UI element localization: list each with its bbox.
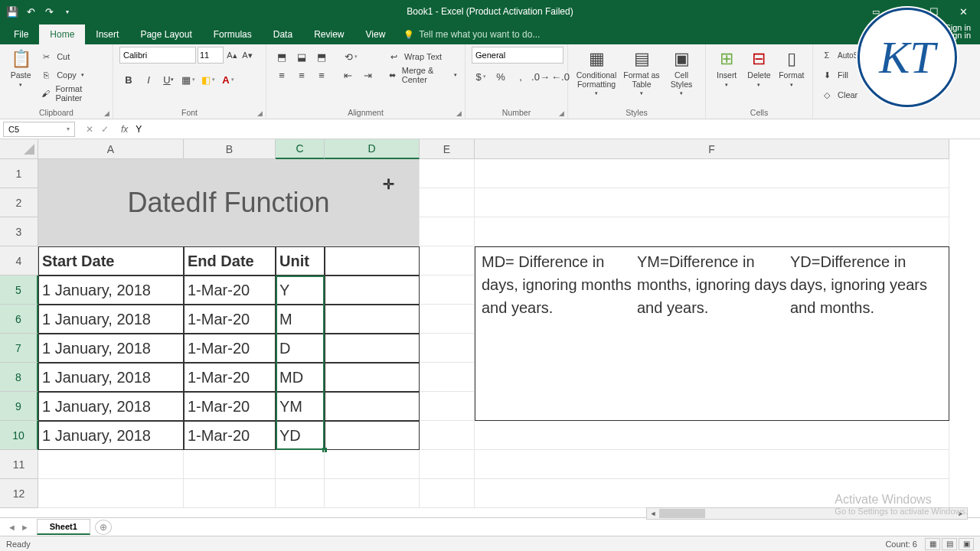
merge-center-button[interactable]: ⬌Merge & Center▾ <box>386 67 459 83</box>
cell-C9[interactable]: YM <box>276 392 325 421</box>
close-icon[interactable]: ✕ <box>949 4 977 19</box>
cell-D10[interactable] <box>325 421 420 450</box>
copy-button[interactable]: ⎘Copy▾ <box>38 67 106 83</box>
row-header-8[interactable]: 8 <box>0 363 38 392</box>
spreadsheet-grid[interactable]: ABCDEF 123456789101112 DatedIf FunctionS… <box>0 139 980 522</box>
clear-button[interactable]: ◇Clear <box>819 86 859 103</box>
cell-A11[interactable] <box>38 450 184 479</box>
align-center-icon[interactable]: ≡ <box>292 67 311 83</box>
italic-button[interactable]: I <box>139 71 158 88</box>
sheet-tab-1[interactable]: Sheet1 <box>37 519 90 535</box>
cell-E6[interactable] <box>420 305 475 334</box>
cell-A7[interactable]: 1 January, 2018 <box>38 334 184 363</box>
cell-A10[interactable]: 1 January, 2018 <box>38 421 184 450</box>
percent-format-icon[interactable]: % <box>492 68 510 85</box>
cell-A5[interactable]: 1 January, 2018 <box>38 276 184 305</box>
cut-button[interactable]: ✂Cut <box>38 48 106 65</box>
cell-F12[interactable] <box>475 479 949 508</box>
font-size-select[interactable] <box>198 47 224 64</box>
fill-button[interactable]: ⬇Fill <box>819 67 850 83</box>
cell-B10[interactable]: 1-Mar-20 <box>184 421 276 450</box>
cell-C5[interactable]: Y <box>276 276 325 305</box>
shrink-font-icon[interactable]: A▾ <box>240 47 254 64</box>
cell-B6[interactable]: 1-Mar-20 <box>184 305 276 334</box>
cancel-formula-icon[interactable]: ✕ <box>83 124 96 135</box>
cell-D6[interactable] <box>325 305 420 334</box>
row-header-12[interactable]: 12 <box>0 479 38 508</box>
scroll-right-icon[interactable]: ► <box>955 510 967 517</box>
number-format-select[interactable] <box>472 47 564 64</box>
name-box[interactable]: C5 <box>3 122 75 137</box>
tab-home[interactable]: Home <box>39 24 85 44</box>
cell-C10[interactable]: YD <box>276 421 325 450</box>
cell-E10[interactable] <box>420 421 475 450</box>
cell-E1[interactable] <box>420 159 475 188</box>
cell-D11[interactable] <box>325 450 420 479</box>
col-header-C[interactable]: C <box>276 139 325 159</box>
row-header-4[interactable]: 4 <box>0 246 38 276</box>
align-middle-icon[interactable]: ⬓ <box>292 48 311 65</box>
format-as-table-button[interactable]: ▤Format as Table▾ <box>622 47 662 98</box>
view-page-layout-icon[interactable]: ▤ <box>942 538 957 550</box>
title-cell[interactable]: DatedIf Function <box>38 159 420 246</box>
header-start-date[interactable]: Start Date <box>38 246 184 276</box>
cell-E4[interactable] <box>420 246 475 276</box>
align-left-icon[interactable]: ≡ <box>273 67 291 83</box>
format-painter-button[interactable]: 🖌Format Painter <box>38 85 106 102</box>
grow-font-icon[interactable]: A▴ <box>225 47 239 64</box>
view-page-break-icon[interactable]: ▣ <box>959 538 974 550</box>
cell-B11[interactable] <box>184 450 276 479</box>
cell-D12[interactable] <box>325 479 420 508</box>
align-bottom-icon[interactable]: ⬒ <box>312 48 331 65</box>
cell-C12[interactable] <box>276 479 325 508</box>
cell-D7[interactable] <box>325 334 420 363</box>
cell-E9[interactable] <box>420 392 475 421</box>
cell-F1[interactable] <box>475 159 949 188</box>
increase-decimal-icon[interactable]: .0→ <box>531 68 550 85</box>
align-right-icon[interactable]: ≡ <box>312 67 331 83</box>
wrap-text-button[interactable]: ↩Wrap Text <box>386 48 459 65</box>
alignment-launcher-icon[interactable]: ◢ <box>456 109 462 117</box>
tab-insert[interactable]: Insert <box>85 24 129 44</box>
comma-format-icon[interactable]: , <box>511 68 530 85</box>
row-header-6[interactable]: 6 <box>0 305 38 334</box>
fx-icon[interactable]: fx <box>116 124 132 135</box>
cell-E11[interactable] <box>420 450 475 479</box>
header-unit[interactable]: Unit <box>276 246 325 276</box>
row-header-1[interactable]: 1 <box>0 159 38 188</box>
borders-button[interactable]: ▦ <box>179 71 198 88</box>
cell-B5[interactable]: 1-Mar-20 <box>184 276 276 305</box>
tab-data[interactable]: Data <box>263 24 303 44</box>
decrease-indent-icon[interactable]: ⇤ <box>338 67 357 83</box>
cell-A8[interactable]: 1 January, 2018 <box>38 363 184 392</box>
horizontal-scrollbar[interactable]: ◄ ► <box>646 507 968 520</box>
conditional-formatting-button[interactable]: ▦Conditional Formatting▾ <box>574 47 619 98</box>
row-header-11[interactable]: 11 <box>0 450 38 479</box>
underline-button[interactable]: U▾ <box>159 71 178 88</box>
cell-E3[interactable] <box>420 217 475 246</box>
cell-F2[interactable] <box>475 188 949 217</box>
undo-icon[interactable]: ↶ <box>23 4 38 19</box>
cell-B9[interactable]: 1-Mar-20 <box>184 392 276 421</box>
note-box[interactable]: MD= Difference in days, ignoring months … <box>475 246 949 421</box>
cell-A12[interactable] <box>38 479 184 508</box>
cell-D8[interactable] <box>325 363 420 392</box>
header-end-date[interactable]: End Date <box>184 246 276 276</box>
col-header-B[interactable]: B <box>184 139 276 159</box>
cell-C6[interactable]: M <box>276 305 325 334</box>
tab-formulas[interactable]: Formulas <box>203 24 263 44</box>
fill-color-button[interactable]: ◧ <box>199 71 217 88</box>
font-name-select[interactable] <box>119 47 196 64</box>
tab-file[interactable]: File <box>3 24 39 44</box>
clipboard-launcher-icon[interactable]: ◢ <box>104 109 109 117</box>
cell-B12[interactable] <box>184 479 276 508</box>
cell-F10[interactable] <box>475 421 949 450</box>
view-normal-icon[interactable]: ▦ <box>925 538 940 550</box>
sheet-nav-prev-icon[interactable]: ◄ <box>8 523 16 532</box>
cell-C7[interactable]: D <box>276 334 325 363</box>
col-header-D[interactable]: D <box>325 139 420 159</box>
row-header-9[interactable]: 9 <box>0 392 38 421</box>
cell-styles-button[interactable]: ▣Cell Styles▾ <box>665 47 698 98</box>
decrease-decimal-icon[interactable]: ←.0 <box>551 68 570 85</box>
tab-review[interactable]: Review <box>303 24 354 44</box>
